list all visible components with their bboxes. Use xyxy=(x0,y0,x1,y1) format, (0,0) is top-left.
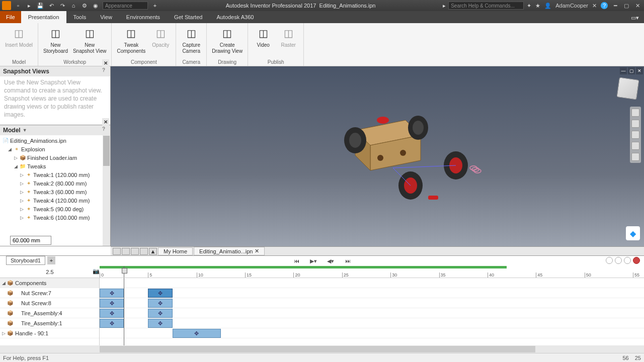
timeline-row[interactable]: 📦Tire_Assembly:4 xyxy=(0,308,99,318)
home-icon[interactable]: ⌂ xyxy=(69,2,77,10)
undo-icon[interactable]: ↶ xyxy=(47,2,55,10)
model-help-icon[interactable]: ? xyxy=(102,126,109,133)
timeline-track[interactable]: ✥✥ xyxy=(100,298,644,308)
ribbon-create-drawing-view-button[interactable]: ◫CreateDrawing View xyxy=(210,24,245,58)
tree-root[interactable]: 📄 Editing_Animations.ipn xyxy=(0,136,110,145)
nav-lookat-icon[interactable] xyxy=(631,153,639,161)
zoom-in-icon[interactable] xyxy=(606,257,613,264)
tree-tweak-item[interactable]: ▷✦Tweak:1 (120.000 mm) xyxy=(0,170,110,179)
share-badge-icon[interactable]: ◆ xyxy=(626,226,640,240)
tab-my-home[interactable]: My Home xyxy=(158,247,193,255)
snapshot-help-icon[interactable]: ? xyxy=(102,67,109,74)
tree-tweaks-folder[interactable]: ◢ 📁 Tweaks xyxy=(0,162,110,170)
record-icon[interactable] xyxy=(633,257,640,264)
reverse-button[interactable]: ◀▾ xyxy=(327,257,335,264)
add-icon[interactable]: + xyxy=(151,2,159,10)
timeline-clip[interactable]: ✥ xyxy=(148,309,172,318)
view-mode-icon[interactable] xyxy=(140,248,148,255)
model-close-icon[interactable]: ✕ xyxy=(102,118,109,125)
vp-restore-icon[interactable]: ▢ xyxy=(628,67,635,74)
nav-wheel-icon[interactable] xyxy=(631,109,639,117)
viewport-3d[interactable]: — ▢ ✕ ◆ xyxy=(111,66,644,246)
ribbon-tweak-components-button[interactable]: ◫TweakComponents xyxy=(115,24,147,58)
tree-tweak-item[interactable]: ▷✦Tweak:5 (90.00 deg) xyxy=(0,205,110,213)
star-icon[interactable]: ★ xyxy=(535,3,540,9)
new-icon[interactable]: ▫ xyxy=(14,2,22,10)
components-header[interactable]: ◢📦 Components xyxy=(0,278,99,288)
timeline-row[interactable]: ▷📦Handle - 90:1 xyxy=(0,328,99,338)
vp-close-icon[interactable]: ✕ xyxy=(636,67,643,74)
timeline-clip[interactable]: ✥ xyxy=(100,319,124,328)
nav-zoom-icon[interactable] xyxy=(631,131,639,139)
ribbon-new-snapshot-view-button[interactable]: ◫NewSnapshot View xyxy=(71,24,109,58)
file-tab[interactable]: File xyxy=(0,11,21,23)
close-button[interactable]: ✕ xyxy=(634,2,641,9)
timeline-clip[interactable]: ✥ xyxy=(100,299,124,308)
collapse-icon[interactable]: ◢ xyxy=(7,147,12,152)
search-help-input[interactable]: Search Help & Commands... xyxy=(448,2,524,10)
nav-pan-icon[interactable] xyxy=(631,120,639,128)
ribbon-capture-camera-button[interactable]: ◫CaptureCamera xyxy=(179,24,203,58)
timeline-clip[interactable]: ✥ xyxy=(148,299,172,308)
timeline-clip[interactable]: ✥ xyxy=(100,309,124,318)
model-scrollbar[interactable] xyxy=(103,135,110,246)
timeline-row[interactable]: 📦Nut Screw:7 xyxy=(0,288,99,298)
timeline-ruler[interactable]: 📷 0510152025303540455055 xyxy=(100,266,644,278)
ribbon-video-button[interactable]: ◫Video xyxy=(251,24,275,58)
timeline-track[interactable]: ✥✥ xyxy=(100,318,644,328)
storyboard-tab[interactable]: Storyboard1 xyxy=(6,256,45,265)
snapshot-close-icon[interactable]: ✕ xyxy=(102,59,109,66)
rewind-button[interactable]: ⏮ xyxy=(292,257,300,264)
minimize-button[interactable]: ━ xyxy=(612,2,619,9)
timeline-track[interactable]: ✥ xyxy=(100,328,644,338)
timeline-clip[interactable]: ✥ xyxy=(173,329,221,338)
tree-assembly[interactable]: ▷ 📦 Finished Loader.iam xyxy=(0,153,110,162)
redo-icon[interactable]: ↷ xyxy=(58,2,66,10)
timeline-row[interactable]: 📦Tire_Assembly:1 xyxy=(0,318,99,328)
zoom-fit-icon[interactable] xyxy=(615,257,622,264)
tab-get-started[interactable]: Get Started xyxy=(167,11,209,23)
tab-presentation[interactable]: Presentation xyxy=(21,11,66,23)
tab-tools[interactable]: Tools xyxy=(66,11,94,23)
timeline-row[interactable]: 📦Nut Screw:8 xyxy=(0,298,99,308)
tweak-value-input[interactable] xyxy=(10,236,51,245)
open-icon[interactable]: ▸ xyxy=(25,2,33,10)
view-mode-icon[interactable] xyxy=(122,248,130,255)
nav-orbit-icon[interactable] xyxy=(631,142,639,150)
save-icon[interactable]: 💾 xyxy=(36,2,44,10)
tree-tweak-item[interactable]: ▷✦Tweak:6 (100.000 mm) xyxy=(0,213,110,222)
vp-minimize-icon[interactable]: — xyxy=(620,67,627,74)
tab-document[interactable]: Editing_Animatio...ipn✕ xyxy=(194,247,265,255)
tree-tweak-item[interactable]: ▷✦Tweak:2 (80.000 mm) xyxy=(0,179,110,188)
play-button[interactable]: ▶▾ xyxy=(309,257,317,264)
camera-marker-icon[interactable]: 📷 xyxy=(93,268,100,275)
forward-end-button[interactable]: ⏭ xyxy=(344,257,352,264)
timeline-clip[interactable]: ✥ xyxy=(148,289,172,298)
settings-icon[interactable]: ⚙ xyxy=(80,2,89,10)
collapse-icon[interactable]: ◢ xyxy=(13,164,18,169)
view-mode-icon[interactable] xyxy=(131,248,139,255)
zoom-out-icon[interactable] xyxy=(624,257,631,264)
timeline-track[interactable]: ✥✥ xyxy=(100,288,644,298)
timeline-clip[interactable]: ✥ xyxy=(148,319,172,328)
exchange-icon[interactable]: ✕ xyxy=(592,3,597,9)
tab-a360[interactable]: Autodesk A360 xyxy=(209,11,261,23)
timeline-scrollbar[interactable] xyxy=(100,345,644,353)
material-icon[interactable]: ◉ xyxy=(92,2,100,10)
signin-icon[interactable]: ✦ xyxy=(527,3,531,9)
tab-environments[interactable]: Environments xyxy=(119,11,167,23)
add-storyboard-button[interactable]: + xyxy=(47,256,55,264)
view-up-icon[interactable]: ▲ xyxy=(149,248,157,255)
tree-tweak-item[interactable]: ▷✦Tweak:4 (120.000 mm) xyxy=(0,196,110,205)
expand-icon[interactable]: ▷ xyxy=(13,155,18,160)
view-mode-icon[interactable] xyxy=(113,248,121,255)
viewcube[interactable] xyxy=(616,77,639,100)
timeline-clip[interactable]: ✥ xyxy=(100,289,124,298)
dropdown-icon[interactable]: ▼ xyxy=(23,128,27,133)
arrow-icon[interactable]: ▸ xyxy=(440,2,448,10)
user-name[interactable]: AdamCooper xyxy=(555,3,588,9)
tab-close-icon[interactable]: ✕ xyxy=(255,248,259,254)
ribbon-new-storyboard-button[interactable]: ◫NewStoryboard xyxy=(41,24,70,58)
appearance-dropdown[interactable]: Appearance xyxy=(103,2,148,10)
maximize-button[interactable]: ▢ xyxy=(623,2,630,9)
